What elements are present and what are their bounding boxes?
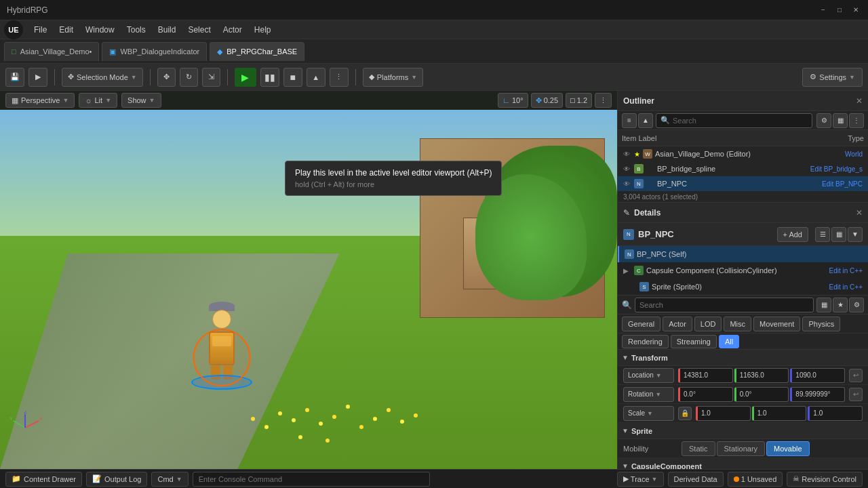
menu-help[interactable]: Help xyxy=(249,24,277,36)
settings-button[interactable]: ⚙ Settings ▼ xyxy=(802,68,863,87)
list-view-button[interactable]: ☰ xyxy=(815,227,830,242)
tab-general[interactable]: General xyxy=(622,317,660,331)
platforms-button[interactable]: ◆ Platforms ▼ xyxy=(363,68,423,87)
location-dropdown[interactable]: Location ▼ xyxy=(623,368,674,383)
properties-search-input[interactable] xyxy=(635,298,814,312)
scale-z-input[interactable]: 1.0 xyxy=(808,406,863,421)
content-drawer-button[interactable]: 📁 Content Drawer xyxy=(5,472,82,487)
outliner-collapse-button[interactable]: ▲ xyxy=(638,113,653,128)
details-close-button[interactable]: ✕ xyxy=(856,208,863,218)
location-z-input[interactable]: 1090.0 xyxy=(790,368,845,383)
cmd-button[interactable]: Cmd ▼ xyxy=(151,472,188,487)
ue-logo[interactable]: UE xyxy=(4,20,23,39)
maximize-button[interactable]: □ xyxy=(834,5,845,16)
tab-misc[interactable]: Misc xyxy=(724,317,751,331)
derived-data-button[interactable]: Derived Data xyxy=(668,472,724,487)
outliner-more-button[interactable]: ⋮ xyxy=(849,113,864,128)
capsule-edit-link[interactable]: Edit in C++ xyxy=(829,267,863,274)
snap-angle-button[interactable]: ∟ 10° xyxy=(498,93,528,108)
selection-mode-button[interactable]: ✥ Selection Mode ▼ xyxy=(62,68,143,87)
tab-wbp-dialogue[interactable]: ▣ WBP_DialogueIndicator xyxy=(102,42,207,61)
grid-view-button[interactable]: ▦ xyxy=(831,227,846,242)
outliner-search[interactable]: 🔍 Search xyxy=(656,113,812,128)
save-button[interactable]: 💾 xyxy=(5,68,24,87)
scale1-button[interactable]: ✥ 0.25 xyxy=(531,93,563,108)
tab-bp-rpg[interactable]: ◆ BP_RPGChar_BASE xyxy=(210,42,304,61)
bridge-visibility-icon[interactable]: 👁 xyxy=(623,165,630,173)
unsaved-button[interactable]: 1 Unsaved xyxy=(728,472,783,487)
capsule-section-header[interactable]: ▼ CapsuleComponent xyxy=(618,458,868,469)
outliner-item-world[interactable]: 👁 ★ W Asian_Village_Demo (Editor) World xyxy=(618,146,868,161)
eject-button[interactable]: ▲ xyxy=(307,68,326,87)
trace-button[interactable]: ▶ Trace ▼ xyxy=(617,472,664,487)
location-x-input[interactable]: 14381.0 xyxy=(678,368,733,383)
rotation-reset-button[interactable]: ↩ xyxy=(849,388,863,401)
transform-button[interactable]: ✥ xyxy=(157,68,176,87)
play-button[interactable]: ▶ xyxy=(235,68,256,87)
npc-edit-link[interactable]: Edit BP_NPC xyxy=(822,180,863,188)
scale2-button[interactable]: □ 1.2 xyxy=(566,93,592,108)
rotation-z-input[interactable]: 89.999999° xyxy=(790,387,845,402)
sprite-section-header[interactable]: ▼ Sprite xyxy=(618,423,868,439)
viewport-lit-button[interactable]: ☼ Lit ▼ xyxy=(79,93,117,108)
tab-actor[interactable]: Actor xyxy=(663,317,692,331)
view-options-button[interactable]: ▼ xyxy=(848,227,863,242)
sprite-stationary-button[interactable]: Stationary xyxy=(717,441,766,456)
source-control-button[interactable]: ▶ xyxy=(28,68,47,87)
stop-button[interactable]: ■ xyxy=(283,68,302,87)
sprite-static-button[interactable]: Static xyxy=(682,441,715,456)
location-reset-button[interactable]: ↩ xyxy=(849,369,863,382)
menu-actor[interactable]: Actor xyxy=(218,24,248,36)
rotate-button[interactable]: ↻ xyxy=(180,68,198,87)
viewport-options-button[interactable]: ⋮ xyxy=(595,93,612,108)
sprite-edit-link[interactable]: Edit in C++ xyxy=(829,283,863,291)
tab-lod[interactable]: LOD xyxy=(694,317,722,331)
viewport-perspective-button[interactable]: ▦ Perspective ▼ xyxy=(5,93,75,108)
scale-y-input[interactable]: 1.0 xyxy=(752,406,807,421)
revision-control-button[interactable]: ☠ Revision Control xyxy=(787,472,863,487)
menu-select[interactable]: Select xyxy=(182,24,216,36)
comp-sprite[interactable]: S Sprite (Sprite0) Edit in C++ xyxy=(618,279,868,295)
outliner-filter-button[interactable]: ≡ xyxy=(622,113,637,128)
transform-section-header[interactable]: ▼ Transform xyxy=(618,350,868,366)
rotation-x-input[interactable]: 0.0° xyxy=(678,387,733,402)
prop-star-button[interactable]: ★ xyxy=(833,298,848,312)
outliner-grid-button[interactable]: ▦ xyxy=(833,113,848,128)
bridge-edit-link[interactable]: Edit BP_bridge_s xyxy=(810,165,863,173)
close-button[interactable]: ✕ xyxy=(850,5,861,16)
subtab-streaming[interactable]: Streaming xyxy=(671,335,717,348)
rotation-y-input[interactable]: 0.0° xyxy=(734,387,789,402)
menu-build[interactable]: Build xyxy=(153,24,182,36)
console-input[interactable] xyxy=(193,472,430,487)
menu-file[interactable]: File xyxy=(28,24,52,36)
pause-button[interactable]: ▮▮ xyxy=(260,68,279,87)
menu-window[interactable]: Window xyxy=(80,24,120,36)
outliner-close-button[interactable]: ✕ xyxy=(856,96,863,106)
scale-button[interactable]: ⇲ xyxy=(202,68,220,87)
outliner-item-bridge[interactable]: 👁 B BP_bridge_spline Edit BP_bridge_s xyxy=(618,161,868,176)
prop-grid-button[interactable]: ▦ xyxy=(816,298,831,312)
minimize-button[interactable]: − xyxy=(818,5,829,16)
scale-lock-button[interactable]: 🔒 xyxy=(678,407,692,420)
outliner-item-npc[interactable]: 👁 N BP_NPC Edit BP_NPC xyxy=(618,176,868,191)
location-y-input[interactable]: 11636.0 xyxy=(734,368,789,383)
more-options-button[interactable]: ⋮ xyxy=(330,68,349,87)
outliner-settings-button[interactable]: ⚙ xyxy=(816,113,831,128)
add-component-button[interactable]: + Add xyxy=(777,227,808,242)
subtab-all[interactable]: All xyxy=(719,335,739,348)
tab-movement[interactable]: Movement xyxy=(753,317,800,331)
tab-asian-village[interactable]: □ Asian_Village_Demo• xyxy=(4,42,99,61)
comp-self[interactable]: N BP_NPC (Self) xyxy=(618,246,868,262)
menu-tools[interactable]: Tools xyxy=(121,24,151,36)
tab-physics[interactable]: Physics xyxy=(802,317,840,331)
viewport-show-button[interactable]: Show ▼ xyxy=(121,93,161,108)
scale-x-input[interactable]: 1.0 xyxy=(696,406,751,421)
subtab-rendering[interactable]: Rendering xyxy=(622,335,669,348)
output-log-button[interactable]: 📝 Output Log xyxy=(86,472,147,487)
rotation-dropdown[interactable]: Rotation ▼ xyxy=(623,387,674,402)
sprite-movable-button[interactable]: Movable xyxy=(766,441,810,456)
npc-visibility-icon[interactable]: 👁 xyxy=(623,180,630,188)
comp-capsule[interactable]: ▶ C Capsule Component (CollisionCylinder… xyxy=(618,262,868,279)
visibility-icon[interactable]: 👁 xyxy=(623,150,630,158)
viewport[interactable]: ▦ Perspective ▼ ☼ Lit ▼ Show ▼ ∟ 10° ✥ xyxy=(0,91,617,469)
